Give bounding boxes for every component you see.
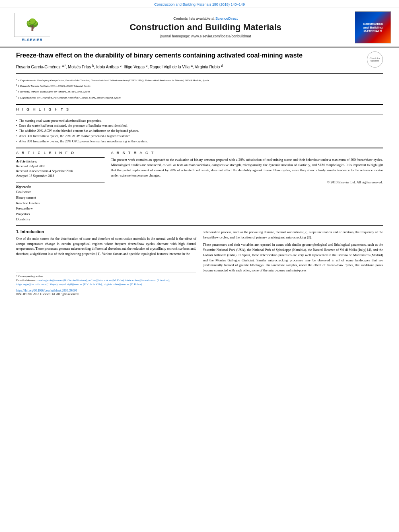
sciencedirect-link[interactable]: ScienceDirect	[216, 16, 238, 21]
journal-logo-right: Construction and Building MATERIALS	[355, 11, 391, 43]
highlight-item-5: • After 300 freeze/thaw cycles, the 20% …	[16, 139, 383, 144]
journal-title: Construction and Building Materials	[64, 22, 347, 33]
affiliation-c: c c Tecnalia, Parque Tecnológico de Vizc…	[16, 89, 383, 94]
accepted-date: Accepted 15 September 2018	[16, 174, 105, 179]
article-title-section: Freeze-thaw effect on the durability of …	[16, 51, 383, 74]
sciencedirect-line: Contents lists available at ScienceDirec…	[64, 16, 347, 21]
email-label: E-mail addresses:	[16, 279, 37, 282]
article-info-title: A R T I C L E I N F O	[16, 151, 105, 155]
sup-a: a,*	[62, 64, 66, 68]
article-content: Freeze-thaw effect on the durability of …	[0, 47, 399, 300]
affiliation-b: b b Eduardo Torroja Institute (IETcc-CSI…	[16, 83, 383, 88]
corresponding-author-note: * Corresponding author.	[16, 275, 196, 279]
keyword-6: Durability	[16, 217, 105, 222]
article-info-abstract: A R T I C L E I N F O Article history: R…	[16, 151, 383, 222]
article-title: Freeze-thaw effect on the durability of …	[16, 51, 363, 60]
body-col-left: 1. Introduction One of the main causes f…	[16, 230, 196, 296]
highlight-item-1: • The starting coal waste presented alum…	[16, 118, 383, 123]
check-updates-badge: Check for updates	[367, 51, 383, 68]
abstract-copyright: © 2018 Elsevier Ltd. All rights reserved…	[111, 180, 383, 184]
elsevier-logo: 🌳 ELSEVIER	[8, 13, 56, 42]
elsevier-tree-icon: 🌳	[25, 19, 39, 31]
keyword-4: Freeze/thaw	[16, 206, 105, 212]
intro-para-col2-2: These parameters and their variables are…	[203, 242, 383, 273]
check-updates-label: Check for updates	[367, 57, 383, 62]
page-container: Construction and Building Materials 190 …	[0, 0, 399, 532]
journal-homepage: journal homepage: www.elsevier.com/locat…	[64, 34, 347, 38]
highlight-item-3: • The addition 20% ACW to the blended ce…	[16, 128, 383, 134]
journal-header-center: Contents lists available at ScienceDirec…	[56, 16, 355, 38]
intro-para-col2-1: deterioration process, such as the preva…	[203, 230, 383, 240]
sup-c: c	[120, 64, 121, 68]
bullet-5: •	[16, 139, 17, 144]
keyword-2: Binary cement	[16, 195, 105, 201]
divider-thick-2	[16, 148, 383, 148]
email-note: E-mail addresses: rosario.garcia@uam.es …	[16, 279, 196, 287]
authors-text: Rosario García-Giménez a,*, Moisés Frías…	[16, 65, 223, 69]
affiliation-a: a a Departamento Geología y Geoquímica, …	[16, 78, 383, 83]
elsevier-wordmark: ELSEVIER	[22, 38, 43, 42]
keywords-title: Keywords:	[16, 185, 105, 189]
bullet-3: •	[16, 128, 17, 134]
introduction-heading: 1. Introduction	[16, 230, 196, 234]
highlights-section: H I G H L I G H T S • The starting coal …	[16, 107, 383, 144]
doi-section: https://doi.org/10.1016/j.conbuildmat.20…	[16, 289, 196, 296]
issn-line: 0950-0618/© 2018 Elsevier Ltd. All right…	[16, 292, 196, 296]
abstract-text: The present work contains an approach to…	[111, 157, 383, 178]
highlights-label: H I G H L I G H T S	[16, 107, 383, 111]
bullet-2: •	[16, 123, 17, 128]
logo-line2: and Building	[363, 26, 383, 29]
keywords-section: Keywords: Coal waste Binary cement React…	[16, 183, 105, 222]
sup-b: b	[92, 64, 94, 68]
sup-d: d	[221, 64, 223, 68]
email-addresses: rosario.garcia@uam.es (R. García-Giménez…	[16, 279, 170, 286]
abstract-col: A B S T R A C T The present work contain…	[111, 151, 383, 222]
intro-para-1: One of the main causes for the deteriora…	[16, 236, 196, 257]
journal-top-bar: Construction and Building Materials 190 …	[0, 0, 399, 8]
logo-line3: MATERIALS	[364, 29, 382, 33]
bullet-4: •	[16, 134, 17, 139]
divider-thick-1	[16, 104, 383, 105]
highlights-divider	[16, 115, 383, 115]
keyword-1: Coal waste	[16, 189, 105, 195]
revised-date: Received in revised form 4 September 201…	[16, 169, 105, 174]
article-title-text: Freeze-thaw effect on the durability of …	[16, 51, 363, 70]
keyword-5: Properties	[16, 212, 105, 217]
received-date: Received 3 April 2018	[16, 164, 105, 169]
sup-a2: a	[191, 64, 193, 68]
journal-header: 🌳 ELSEVIER Contents lists available at S…	[0, 8, 399, 47]
contents-label: Contents lists available at	[173, 16, 216, 21]
article-info-col: A R T I C L E I N F O Article history: R…	[16, 151, 105, 222]
journal-citation: Construction and Building Materials 190 …	[154, 2, 245, 6]
body-col-right: deterioration process, such as the preva…	[203, 230, 383, 296]
body-section: 1. Introduction One of the main causes f…	[16, 230, 383, 296]
article-authors: Rosario García-Giménez a,*, Moisés Frías…	[16, 63, 363, 70]
article-history-title: Article history:	[16, 159, 105, 163]
article-info-box: Article history: Received 3 April 2018 R…	[16, 157, 105, 179]
highlight-item-2: • Once the waste had been activated, the…	[16, 123, 383, 128]
affiliation-d: d d Departamento de Geografía, Facultad …	[16, 95, 383, 100]
elsevier-logo-box: 🌳	[14, 13, 50, 37]
abstract-title: A B S T R A C T	[111, 151, 383, 155]
footnote-section: * Corresponding author. E-mail addresses…	[16, 273, 196, 286]
doi-link[interactable]: https://doi.org/10.1016/j.conbuildmat.20…	[16, 289, 196, 292]
bullet-1: •	[16, 118, 17, 123]
divider-thick-3	[16, 225, 383, 226]
affiliations: a a Departamento Geología y Geoquímica, …	[16, 78, 383, 100]
keyword-3: Reaction kinetics	[16, 201, 105, 206]
logo-line1: Construction	[363, 22, 383, 26]
sup-c2: c	[146, 64, 147, 68]
footnote-area: * Corresponding author. E-mail addresses…	[16, 273, 196, 296]
highlight-item-4: • After 300 freeze/thaw cycles, the 20% …	[16, 134, 383, 139]
